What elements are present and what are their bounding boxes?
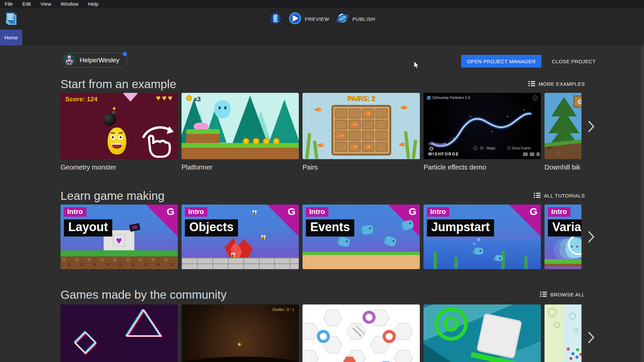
username: HelperWesley xyxy=(80,57,119,64)
chevron-right-icon xyxy=(588,120,595,133)
twitter-icon xyxy=(530,152,534,156)
toolbar: PREVIEW PUBLISH xyxy=(0,8,644,30)
community-card-5[interactable] xyxy=(545,304,581,362)
tab-bar: Home xyxy=(0,30,644,45)
open-project-manager-button[interactable]: OPEN PROJECT MANAGER xyxy=(461,55,541,68)
more-examples-button[interactable]: MORE EXAMPLES xyxy=(528,81,585,87)
gdevelop-g-logo: G xyxy=(288,206,295,217)
intro-tag: Intro xyxy=(185,207,207,217)
bomb xyxy=(103,113,116,126)
community-scroll-right-button[interactable] xyxy=(586,331,596,344)
list-icon xyxy=(540,291,547,298)
gdevelop-g-logo: G xyxy=(530,206,537,217)
more-examples-label: MORE EXAMPLES xyxy=(538,81,585,87)
mouse-cursor xyxy=(413,61,419,71)
publish-label: PUBLISH xyxy=(352,16,375,22)
section-title-community: Games made by the community xyxy=(61,288,227,301)
community-carousel: ✦ Etoiles : 0 / 1 xyxy=(61,304,581,362)
tutorials-carousel: G ♥ Hi Intro Layout G xyxy=(61,205,581,269)
gdevelop-window: File Edit View Window Help xyxy=(0,0,644,362)
tutorial-title: Variab xyxy=(548,219,581,237)
community-card-4[interactable] xyxy=(424,304,541,362)
menu-bar: File Edit View Window Help xyxy=(0,0,644,8)
bubbles-game-thumbnail xyxy=(545,304,581,362)
menu-window[interactable]: Window xyxy=(56,0,83,8)
user-profile-chip[interactable]: HelperWesley xyxy=(62,53,128,68)
pentagon-shape xyxy=(123,93,137,102)
stars-counter: Etoiles : 0 / 1 xyxy=(273,307,294,312)
jumpstart-thumbnail: G Intro Jumpstart xyxy=(424,205,541,269)
frame-icon xyxy=(508,147,510,149)
home-page: HelperWesley OPEN PROJECT MANAGER CLOSE … xyxy=(0,45,644,362)
intro-tag: Intro xyxy=(306,207,328,217)
coin-icon xyxy=(186,95,192,101)
tab-home[interactable]: Home xyxy=(0,30,22,45)
all-tutorials-button[interactable]: ALL TUTORIALS xyxy=(534,192,585,199)
preview-button[interactable]: PREVIEW xyxy=(288,11,329,26)
examples-scroll-right-button[interactable] xyxy=(586,120,596,133)
events-thumbnail: G Intro Events xyxy=(303,205,420,269)
tutorials-scroll-right-button[interactable] xyxy=(586,230,596,244)
menu-help[interactable]: Help xyxy=(83,0,103,8)
heart-object: ♥ xyxy=(113,234,125,247)
examples-carousel: Score: 124 ♥♥♥ ✦ xyxy=(61,93,581,174)
close-project-button[interactable]: CLOSE PROJECT xyxy=(548,55,600,68)
score-text: Score: 124 xyxy=(65,96,97,103)
slime-character xyxy=(194,122,208,129)
tutorial-card-events[interactable]: G Intro Events xyxy=(303,205,420,269)
example-card-particle-effects[interactable]: GDevelop Particles 1.0 i Background 1 07… xyxy=(424,93,541,174)
pairs-score-text: PAIRS: 2 xyxy=(303,95,420,102)
notification-dot xyxy=(123,52,127,56)
tutorial-title: Events xyxy=(306,219,354,237)
card-label: Geometry monster xyxy=(61,164,178,171)
preview-label: PREVIEW xyxy=(305,16,329,22)
tutorial-title: Objects xyxy=(185,219,238,237)
swipe-hand-icon xyxy=(140,123,175,158)
coin-count: x3 xyxy=(194,96,201,103)
community-card-2[interactable]: ✦ Etoiles : 0 / 1 xyxy=(182,304,299,362)
card-label: Downhill bik xyxy=(545,164,581,171)
debug-button[interactable] xyxy=(269,12,282,26)
community-card-1[interactable] xyxy=(61,304,178,362)
menu-file[interactable]: File xyxy=(0,0,17,8)
example-card-geometry-monster[interactable]: Score: 124 ♥♥♥ ✦ xyxy=(61,93,178,174)
section-title-examples: Start from an example xyxy=(61,77,176,91)
layout-thumbnail: G ♥ Hi Intro Layout xyxy=(61,205,178,269)
example-card-platformer[interactable]: x3 Platformer xyxy=(182,93,299,174)
tutorial-card-layout[interactable]: G ♥ Hi Intro Layout xyxy=(61,205,178,269)
ghost-character xyxy=(214,100,231,118)
social-icon xyxy=(536,152,540,156)
card-label: Pairs xyxy=(303,164,420,171)
target-rings xyxy=(425,304,479,350)
example-card-downhill[interactable]: G Downhill bik xyxy=(545,93,581,174)
menu-view[interactable]: View xyxy=(36,0,56,8)
star-character: ✦ xyxy=(237,341,242,348)
debug-bug-icon xyxy=(269,12,282,26)
community-card-3[interactable] xyxy=(303,304,420,362)
intro-tag: Intro xyxy=(548,207,570,217)
gdevelop-g-logo: G xyxy=(409,206,416,217)
avatar xyxy=(63,53,75,67)
teal-game-thumbnail xyxy=(424,304,541,362)
hi-tag: Hi xyxy=(129,223,140,232)
chevron-right-icon xyxy=(588,331,595,344)
tutorial-card-jumpstart[interactable]: G Intro Jumpstart xyxy=(424,205,541,269)
intro-tag: Intro xyxy=(64,207,86,217)
menu-edit[interactable]: Edit xyxy=(17,0,36,8)
publish-button[interactable]: PUBLISH xyxy=(335,11,375,26)
scrollbar[interactable] xyxy=(641,45,644,362)
example-card-pairs[interactable]: PAIRS: 2 xyxy=(303,93,420,174)
card-label: Platformer xyxy=(182,164,299,171)
list-icon xyxy=(534,192,540,199)
tutorial-title: Layout xyxy=(64,219,112,237)
chevron-right-icon xyxy=(588,230,595,243)
tutorial-card-objects[interactable]: G Intro Objects xyxy=(182,205,299,269)
tutorial-card-variables[interactable]: G +1 Intro Variab xyxy=(545,205,581,269)
particle-demo-thumbnail: GDevelop Particles 1.0 i Background 1 07… xyxy=(424,93,541,159)
platformer-thumbnail: x3 xyxy=(182,93,299,159)
play-icon xyxy=(288,11,302,26)
gdevelop-logo-icon xyxy=(5,11,17,28)
pairs-thumbnail: PAIRS: 2 xyxy=(303,93,420,159)
browse-all-button[interactable]: BROWSE ALL xyxy=(540,291,585,298)
intro-tag: Intro xyxy=(427,207,449,217)
